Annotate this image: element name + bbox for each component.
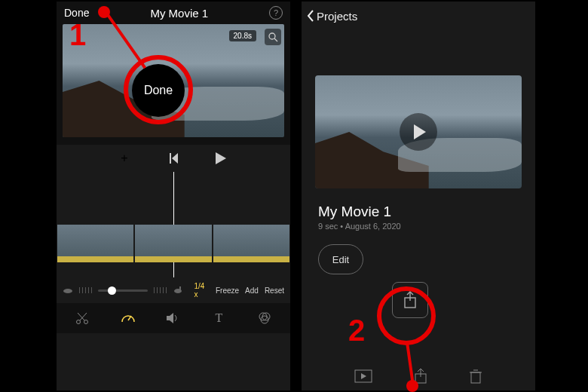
project-metadata: 9 sec • August 6, 2020 [318,222,535,231]
clip-track[interactable] [57,225,290,262]
project-detail-screen: Projects My Movie 1 9 sec • August 6, 20… [302,2,535,390]
svg-point-16 [261,316,268,323]
rabbit-icon[interactable] [173,286,183,294]
annotation-number-2: 2 [348,314,365,348]
edit-button[interactable]: Edit [318,244,363,274]
editor-toolbar: T [57,303,290,333]
svg-rect-23 [471,372,480,383]
timeline-clip[interactable] [57,225,133,262]
project-title: My Movie 1 [150,7,208,20]
svg-line-1 [274,38,277,41]
done-button[interactable]: Done [64,7,89,19]
freeze-button[interactable]: Freeze [216,286,239,295]
transport-controls: + [57,145,290,172]
play-icon[interactable] [216,152,226,164]
svg-marker-13 [167,313,173,323]
help-icon[interactable]: ? [269,6,283,20]
zoom-icon[interactable] [265,29,281,45]
trash-icon[interactable] [469,369,482,384]
timecode-badge: 20.8s [229,30,256,41]
svg-marker-2 [172,153,178,164]
scissors-icon[interactable] [72,309,93,327]
speed-slider[interactable] [98,289,148,292]
timeline[interactable] [57,172,290,277]
add-media-button[interactable]: + [121,152,127,165]
editor-header: Done My Movie 1 ? [57,2,290,24]
project-name: My Movie 1 [318,204,535,220]
skip-back-icon[interactable] [166,153,178,164]
svg-marker-4 [216,152,226,164]
speed-controls: 1/4 x Freeze Add Reset [57,277,290,303]
slider-thumb[interactable] [108,286,116,295]
back-button[interactable]: Projects [306,9,357,23]
speedometer-icon[interactable] [118,309,139,327]
annotation-dot-2 [406,380,418,392]
add-button[interactable]: Add [245,286,259,295]
svg-point-9 [84,320,88,324]
imovie-editor-screen: Done My Movie 1 ? 20.8s + [57,2,290,390]
timeline-clip[interactable] [135,225,211,262]
svg-marker-20 [361,373,366,379]
svg-point-8 [77,320,81,324]
bottom-toolbar [302,368,535,384]
svg-point-0 [269,33,275,39]
turtle-icon[interactable] [63,286,73,294]
svg-point-5 [63,289,72,293]
projects-header: Projects [302,2,535,30]
timeline-clip[interactable] [213,225,289,262]
text-icon[interactable]: T [208,309,229,327]
play-overlay-icon[interactable] [400,113,437,151]
done-popup: Done [132,64,185,117]
annotation-number-1: 1 [69,18,86,52]
volume-icon[interactable] [163,309,184,327]
back-label: Projects [317,10,357,23]
filters-icon[interactable] [254,309,275,327]
share-button[interactable] [392,282,428,318]
project-thumbnail[interactable] [315,75,522,188]
reset-button[interactable]: Reset [265,286,284,295]
speed-rate-label: 1/4 x [194,282,210,299]
play-fullscreen-icon[interactable] [354,369,372,383]
svg-rect-3 [170,153,171,164]
svg-rect-7 [179,286,181,290]
